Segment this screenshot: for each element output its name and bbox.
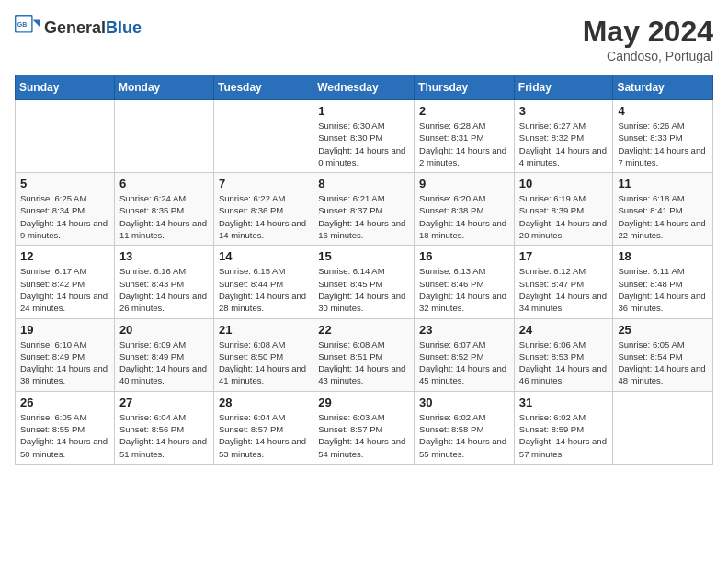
day-number: 18 (618, 249, 708, 263)
day-info: Sunrise: 6:04 AM Sunset: 8:57 PM Dayligh… (219, 411, 308, 460)
calendar-cell: 25Sunrise: 6:05 AM Sunset: 8:54 PM Dayli… (613, 318, 713, 391)
day-info: Sunrise: 6:14 AM Sunset: 8:45 PM Dayligh… (318, 265, 409, 314)
header-saturday: Saturday (613, 75, 713, 100)
day-number: 27 (119, 396, 209, 409)
location: Candoso, Portugal (583, 49, 713, 63)
calendar-cell: 24Sunrise: 6:06 AM Sunset: 8:53 PM Dayli… (514, 318, 613, 391)
calendar-cell: 6Sunrise: 6:24 AM Sunset: 8:35 PM Daylig… (114, 173, 213, 246)
calendar-week-3: 19Sunrise: 6:10 AM Sunset: 8:49 PM Dayli… (16, 318, 713, 391)
header-tuesday: Tuesday (213, 75, 313, 100)
calendar-cell: 31Sunrise: 6:02 AM Sunset: 8:59 PM Dayli… (514, 391, 613, 464)
calendar-cell: 20Sunrise: 6:09 AM Sunset: 8:49 PM Dayli… (114, 318, 213, 391)
day-number: 20 (119, 323, 209, 337)
calendar-cell: 15Sunrise: 6:14 AM Sunset: 8:45 PM Dayli… (313, 246, 415, 318)
calendar-cell: 10Sunrise: 6:19 AM Sunset: 8:39 PM Dayli… (514, 173, 613, 246)
day-number: 15 (318, 249, 409, 263)
calendar-cell: 13Sunrise: 6:16 AM Sunset: 8:43 PM Dayli… (114, 246, 213, 318)
day-number: 26 (20, 396, 109, 409)
day-number: 24 (519, 323, 609, 337)
day-number: 31 (519, 396, 609, 409)
page-header: GB GeneralBlue May 2024 Candoso, Portuga… (15, 15, 713, 63)
calendar-cell (613, 391, 713, 464)
day-info: Sunrise: 6:21 AM Sunset: 8:37 PM Dayligh… (318, 192, 409, 241)
day-number: 21 (219, 323, 308, 337)
day-info: Sunrise: 6:10 AM Sunset: 8:49 PM Dayligh… (20, 339, 109, 387)
calendar-cell: 19Sunrise: 6:10 AM Sunset: 8:49 PM Dayli… (16, 318, 115, 391)
day-number: 14 (219, 249, 308, 263)
header-monday: Monday (114, 75, 213, 100)
day-info: Sunrise: 6:28 AM Sunset: 8:31 PM Dayligh… (419, 120, 509, 168)
day-info: Sunrise: 6:11 AM Sunset: 8:48 PM Dayligh… (618, 265, 708, 314)
calendar-cell: 11Sunrise: 6:18 AM Sunset: 8:41 PM Dayli… (613, 173, 713, 246)
header-friday: Friday (514, 75, 613, 100)
day-info: Sunrise: 6:13 AM Sunset: 8:46 PM Dayligh… (419, 265, 509, 314)
day-info: Sunrise: 6:07 AM Sunset: 8:52 PM Dayligh… (419, 339, 509, 387)
day-info: Sunrise: 6:24 AM Sunset: 8:35 PM Dayligh… (119, 192, 209, 241)
day-info: Sunrise: 6:09 AM Sunset: 8:49 PM Dayligh… (119, 339, 209, 387)
day-number: 17 (519, 249, 609, 263)
calendar-cell: 26Sunrise: 6:05 AM Sunset: 8:55 PM Dayli… (16, 391, 115, 464)
calendar-cell: 30Sunrise: 6:02 AM Sunset: 8:58 PM Dayli… (415, 391, 515, 464)
day-number: 22 (318, 323, 409, 337)
day-info: Sunrise: 6:25 AM Sunset: 8:34 PM Dayligh… (20, 192, 109, 241)
days-header-row: Sunday Monday Tuesday Wednesday Thursday… (16, 75, 713, 100)
calendar-cell: 16Sunrise: 6:13 AM Sunset: 8:46 PM Dayli… (415, 246, 515, 318)
day-info: Sunrise: 6:02 AM Sunset: 8:59 PM Dayligh… (519, 411, 609, 460)
day-info: Sunrise: 6:12 AM Sunset: 8:47 PM Dayligh… (519, 265, 609, 314)
calendar-cell: 9Sunrise: 6:20 AM Sunset: 8:38 PM Daylig… (415, 173, 515, 246)
day-number: 6 (119, 177, 209, 190)
day-number: 23 (419, 323, 509, 337)
header-sunday: Sunday (16, 75, 115, 100)
day-number: 16 (419, 249, 509, 263)
calendar-cell: 2Sunrise: 6:28 AM Sunset: 8:31 PM Daylig… (415, 100, 515, 173)
header-thursday: Thursday (415, 75, 515, 100)
day-number: 3 (519, 104, 609, 118)
calendar-cell: 28Sunrise: 6:04 AM Sunset: 8:57 PM Dayli… (213, 391, 313, 464)
day-number: 5 (20, 177, 109, 190)
day-info: Sunrise: 6:06 AM Sunset: 8:53 PM Dayligh… (519, 339, 609, 387)
day-info: Sunrise: 6:30 AM Sunset: 8:30 PM Dayligh… (318, 120, 409, 168)
calendar-cell: 3Sunrise: 6:27 AM Sunset: 8:32 PM Daylig… (514, 100, 613, 173)
day-info: Sunrise: 6:04 AM Sunset: 8:56 PM Dayligh… (119, 411, 209, 460)
day-number: 19 (20, 323, 109, 337)
day-number: 1 (318, 104, 409, 118)
day-info: Sunrise: 6:22 AM Sunset: 8:36 PM Dayligh… (219, 192, 308, 241)
day-number: 13 (119, 249, 209, 263)
calendar-cell (114, 100, 213, 173)
day-number: 30 (419, 396, 509, 409)
logo-blue: Blue (106, 18, 142, 37)
logo-general: General (44, 18, 106, 37)
calendar-week-4: 26Sunrise: 6:05 AM Sunset: 8:55 PM Dayli… (16, 391, 713, 464)
day-info: Sunrise: 6:08 AM Sunset: 8:50 PM Dayligh… (219, 339, 308, 387)
calendar-cell: 7Sunrise: 6:22 AM Sunset: 8:36 PM Daylig… (213, 173, 313, 246)
calendar-cell: 4Sunrise: 6:26 AM Sunset: 8:33 PM Daylig… (613, 100, 713, 173)
day-info: Sunrise: 6:19 AM Sunset: 8:39 PM Dayligh… (519, 192, 609, 241)
day-number: 4 (618, 104, 708, 118)
logo: GB GeneralBlue (15, 15, 142, 40)
calendar-cell: 1Sunrise: 6:30 AM Sunset: 8:30 PM Daylig… (313, 100, 415, 173)
day-info: Sunrise: 6:05 AM Sunset: 8:55 PM Dayligh… (20, 411, 109, 460)
day-number: 10 (519, 177, 609, 190)
title-block: May 2024 Candoso, Portugal (583, 15, 713, 63)
calendar-cell: 18Sunrise: 6:11 AM Sunset: 8:48 PM Dayli… (613, 246, 713, 318)
header-wednesday: Wednesday (313, 75, 415, 100)
day-info: Sunrise: 6:26 AM Sunset: 8:33 PM Dayligh… (618, 120, 708, 168)
logo-icon: GB (15, 15, 40, 40)
day-number: 9 (419, 177, 509, 190)
calendar-cell: 17Sunrise: 6:12 AM Sunset: 8:47 PM Dayli… (514, 246, 613, 318)
day-number: 28 (219, 396, 308, 409)
day-info: Sunrise: 6:16 AM Sunset: 8:43 PM Dayligh… (119, 265, 209, 314)
day-info: Sunrise: 6:02 AM Sunset: 8:58 PM Dayligh… (419, 411, 509, 460)
day-info: Sunrise: 6:03 AM Sunset: 8:57 PM Dayligh… (318, 411, 409, 460)
calendar-week-2: 12Sunrise: 6:17 AM Sunset: 8:42 PM Dayli… (16, 246, 713, 318)
day-info: Sunrise: 6:08 AM Sunset: 8:51 PM Dayligh… (318, 339, 409, 387)
day-number: 25 (618, 323, 708, 337)
calendar-cell: 27Sunrise: 6:04 AM Sunset: 8:56 PM Dayli… (114, 391, 213, 464)
calendar-cell (213, 100, 313, 173)
day-info: Sunrise: 6:15 AM Sunset: 8:44 PM Dayligh… (219, 265, 308, 314)
calendar-cell: 14Sunrise: 6:15 AM Sunset: 8:44 PM Dayli… (213, 246, 313, 318)
calendar-cell: 8Sunrise: 6:21 AM Sunset: 8:37 PM Daylig… (313, 173, 415, 246)
day-info: Sunrise: 6:27 AM Sunset: 8:32 PM Dayligh… (519, 120, 609, 168)
calendar-cell: 21Sunrise: 6:08 AM Sunset: 8:50 PM Dayli… (213, 318, 313, 391)
day-number: 12 (20, 249, 109, 263)
